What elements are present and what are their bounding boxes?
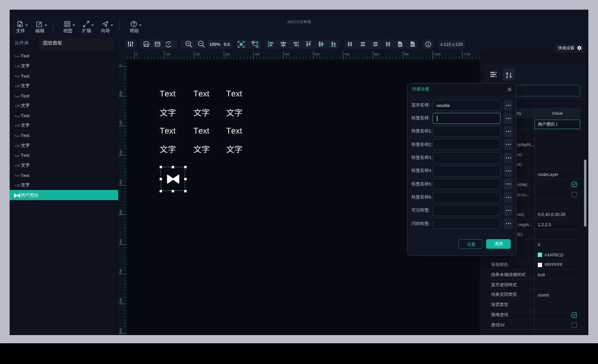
svg-text:A: A xyxy=(506,72,508,75)
svg-text:Z: Z xyxy=(506,75,508,79)
